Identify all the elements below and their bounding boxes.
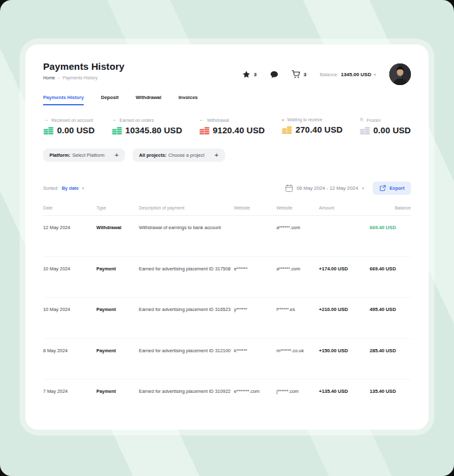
messages-button[interactable] (270, 70, 278, 79)
cell-type: Payment (96, 266, 139, 272)
cell-type: Withdrawal (96, 225, 139, 230)
star-icon (242, 70, 250, 79)
arrow-right-icon: → (112, 117, 117, 122)
cart-button[interactable]: 3 (292, 70, 306, 79)
calendar-icon (285, 184, 293, 192)
stat-frozen: ✻Frozen 0.00 USD (360, 117, 411, 135)
stat-withdrawal: ←Withdrawal 9120.40 USD (199, 117, 265, 135)
stat-label: Withdrawal (207, 118, 230, 122)
cell-website-1: k****** (234, 348, 276, 354)
cell-website-1: e****** (234, 266, 276, 272)
cell-date: 7 May 2024 (43, 388, 96, 394)
export-icon (379, 185, 386, 192)
stat-earned: →Earned on orders 10345.80 USD (112, 117, 183, 135)
sorted-label: Sorted: (43, 185, 58, 191)
breadcrumb-home[interactable]: Home (43, 76, 55, 80)
chevron-down-icon: ▾ (362, 186, 365, 190)
export-button[interactable]: Export (373, 182, 411, 195)
projects-filter-label: All projects: (139, 152, 166, 158)
coins-icon (199, 126, 210, 135)
cell-website-2: a******.com (276, 266, 319, 272)
table-row[interactable]: 10 May 2024 Payment Earned for advertisi… (43, 298, 411, 339)
dot-icon: ● (282, 117, 284, 122)
table-row[interactable]: 10 May 2024 Payment Earned for advertisi… (43, 257, 411, 298)
cell-date: 12 May 2024 (43, 225, 96, 230)
col-website-2: Website (276, 206, 319, 210)
favorites-button[interactable]: 3 (242, 70, 256, 79)
stat-waiting: ●Waiting to receive 270.40 USD (282, 117, 343, 135)
title-block: Payments History Home • Payments History (43, 61, 124, 80)
sort-by-date[interactable]: By date (62, 185, 79, 191)
tab-deposit[interactable]: Deposit (101, 95, 119, 105)
stat-value: 9120.40 USD (213, 126, 265, 135)
filters-row: Platform: Select Platform + All projects… (43, 149, 411, 162)
col-amount: Amount (319, 206, 370, 210)
cell-website-2: m******.co.uk (276, 348, 319, 354)
cell-date: 10 May 2024 (43, 266, 96, 272)
cart-icon (292, 70, 301, 79)
arrow-right-icon: → (43, 117, 48, 122)
platform-filter[interactable]: Platform: Select Platform + (43, 149, 125, 162)
breadcrumb: Home • Payments History (43, 76, 124, 80)
cell-balance: 669.40 USD (370, 266, 411, 272)
platform-filter-label: Platform: (49, 152, 70, 158)
cell-website-2: j******.com (276, 388, 319, 394)
header: Payments History Home • Payments History… (43, 61, 411, 85)
plus-icon[interactable]: + (214, 153, 218, 158)
controls-right: 06 May 2024 - 12 May 2024 ▾ Export (285, 182, 411, 195)
cell-amount: +174.00 USD (319, 266, 370, 272)
cell-balance: 669.40 USD (370, 225, 411, 230)
coins-icon (360, 126, 370, 135)
stat-received: →Received on account 0.00 USD (43, 117, 94, 135)
stat-label: Received on account (51, 118, 93, 122)
page-background: Payments History Home • Payments History… (0, 0, 454, 476)
table-row[interactable]: 8 May 2024 Payment Earned for advertisin… (43, 339, 411, 380)
favorites-count: 3 (254, 72, 256, 77)
cell-date: 8 May 2024 (43, 348, 96, 354)
cell-description: Earned for advertising placement ID 3175… (139, 266, 234, 272)
cell-balance: 285.40 USD (370, 348, 411, 354)
sort-control: Sorted: By date ▾ (43, 185, 84, 191)
col-description: Description of payment (139, 206, 234, 210)
tab-withdrawal[interactable]: Withdrawal (136, 95, 161, 105)
cell-balance: 495.40 USD (370, 307, 411, 312)
arrow-left-icon: ← (199, 117, 204, 122)
controls-row: Sorted: By date ▾ 06 May 2024 - 12 May 2… (43, 182, 411, 195)
table-row[interactable]: 7 May 2024 Payment Earned for advertisin… (43, 380, 411, 421)
cell-website-1: e*******.com (234, 388, 276, 394)
export-label: Export (389, 185, 405, 191)
breadcrumb-current: Payments History (63, 76, 98, 80)
page-title: Payments History (43, 61, 124, 72)
col-website-1: Website (234, 206, 276, 210)
table-row[interactable]: 12 May 2024 Withdrawal Withdrawal of ear… (43, 216, 411, 257)
balance-label: Balance: (320, 72, 338, 77)
cell-description: Withdrawal of earnings to bank account (139, 225, 234, 230)
col-type: Type (96, 206, 139, 210)
cell-description: Earned for advertising placement ID 3165… (139, 307, 234, 312)
tab-invoices[interactable]: Invoices (178, 95, 197, 105)
breadcrumb-separator: • (58, 76, 60, 80)
table-header: Date Type Description of payment Website… (43, 206, 411, 216)
date-range-picker[interactable]: 06 May 2024 - 12 May 2024 ▾ (285, 184, 365, 192)
cell-date: 10 May 2024 (43, 307, 96, 312)
coins-icon (112, 126, 122, 135)
snowflake-icon: ✻ (360, 117, 364, 122)
cell-amount: +135.40 USD (319, 388, 370, 394)
avatar[interactable] (389, 63, 411, 85)
cell-website-2: t******.es (276, 307, 319, 312)
balance-dropdown[interactable]: Balance: 1345.00 USD ▾ (320, 72, 376, 77)
tab-payments-history[interactable]: Payments History (43, 95, 84, 105)
plus-icon[interactable]: + (115, 153, 119, 158)
projects-filter[interactable]: All projects: Choose a project + (133, 149, 224, 162)
stat-value: 0.00 USD (57, 126, 94, 135)
col-date: Date (43, 206, 96, 210)
date-range-text: 06 May 2024 - 12 May 2024 (297, 185, 358, 191)
stat-label: Waiting to receive (287, 117, 322, 122)
stat-value: 0.00 USD (373, 126, 411, 135)
tab-bar: Payments History Deposit Withdrawal Invo… (43, 95, 411, 105)
stat-value: 10345.80 USD (126, 126, 183, 135)
cell-type: Payment (96, 307, 139, 312)
chevron-down-icon: ▾ (373, 72, 376, 77)
cell-type: Payment (96, 348, 139, 354)
stat-label: Earned on orders (120, 118, 154, 122)
